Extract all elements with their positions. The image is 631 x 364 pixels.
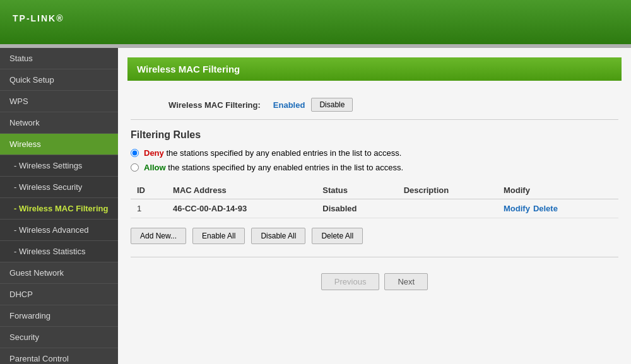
delete-all-button[interactable]: Delete All (312, 228, 363, 244)
allow-rule-row: Allow the stations specified by any enab… (131, 163, 618, 172)
deny-radio[interactable] (131, 149, 139, 157)
filtering-label: Wireless MAC Filtering: (168, 100, 261, 110)
cell-modify: ModifyDelete (497, 199, 618, 218)
next-button[interactable]: Next (384, 273, 428, 290)
filtering-rules-title: Filtering Rules (131, 129, 618, 141)
sidebar-item-wireless-settings[interactable]: - Wireless Settings (0, 155, 118, 177)
header: TP-LINK® (0, 0, 631, 44)
sidebar-item-wireless-security[interactable]: - Wireless Security (0, 177, 118, 198)
previous-button[interactable]: Previous (321, 273, 380, 290)
action-buttons: Add New... Enable All Disable All Delete… (131, 228, 618, 244)
content-inner: Wireless MAC Filtering: Enabled Disable … (118, 81, 631, 306)
cell-mac: 46-CC-00-AD-14-93 (167, 199, 316, 218)
table-header-row: ID MAC Address Status Description Modify (131, 182, 618, 199)
status-enabled-text: Enabled (273, 100, 305, 110)
col-description: Description (398, 182, 497, 199)
cell-description (398, 199, 497, 218)
allow-radio[interactable] (131, 163, 139, 172)
sidebar-item-guest-network[interactable]: Guest Network (0, 262, 118, 284)
logo-mark: ® (56, 13, 64, 23)
col-mac: MAC Address (167, 182, 316, 199)
cell-id: 1 (131, 199, 167, 218)
deny-word: Deny (144, 148, 164, 158)
logo: TP-LINK® (13, 11, 64, 34)
status-row: Wireless MAC Filtering: Enabled Disable (131, 90, 618, 120)
enable-all-button[interactable]: Enable All (192, 228, 245, 244)
content-area: Wireless MAC Filtering Wireless MAC Filt… (118, 48, 631, 364)
allow-word: Allow (144, 163, 166, 172)
filtering-rules-section: Filtering Rules Deny the stations specif… (131, 129, 618, 172)
sidebar-item-dhcp[interactable]: DHCP (0, 284, 118, 305)
sidebar-item-forwarding[interactable]: Forwarding (0, 305, 118, 327)
sidebar-item-wireless-mac-filtering[interactable]: - Wireless MAC Filtering (0, 198, 118, 220)
sidebar-item-wps[interactable]: WPS (0, 91, 118, 112)
sidebar-item-wireless[interactable]: Wireless (0, 134, 118, 155)
disable-all-button[interactable]: Disable All (251, 228, 305, 244)
deny-rule-text: the stations specified by any enabled en… (166, 148, 401, 158)
col-modify: Modify (497, 182, 618, 199)
page-title: Wireless MAC Filtering (137, 64, 612, 74)
mac-table-body: 146-CC-00-AD-14-93DisabledModifyDelete (131, 199, 618, 218)
cell-status: Disabled (316, 199, 397, 218)
col-status: Status (316, 182, 397, 199)
sidebar-item-security[interactable]: Security (0, 327, 118, 348)
delete-link[interactable]: Delete (533, 204, 558, 213)
sidebar-item-wireless-statistics[interactable]: - Wireless Statistics (0, 241, 118, 262)
sidebar-item-wireless-advanced[interactable]: - Wireless Advanced (0, 220, 118, 241)
sidebar-item-status[interactable]: Status (0, 48, 118, 69)
mac-table: ID MAC Address Status Description Modify… (131, 182, 618, 218)
main-layout: StatusQuick SetupWPSNetworkWireless- Wir… (0, 48, 631, 364)
content-divider (131, 257, 618, 257)
disable-button[interactable]: Disable (311, 98, 353, 112)
modify-link[interactable]: Modify (504, 204, 530, 213)
page-title-bar: Wireless MAC Filtering (127, 57, 622, 81)
sidebar-item-quick-setup[interactable]: Quick Setup (0, 69, 118, 91)
sidebar-item-network[interactable]: Network (0, 112, 118, 134)
allow-rule-text: the stations specified by any enabled en… (168, 163, 403, 172)
col-id: ID (131, 182, 167, 199)
sidebar-item-parental-control[interactable]: Parental Control (0, 348, 118, 364)
pagination: Previous Next (131, 267, 618, 296)
logo-text: TP-LINK (13, 13, 56, 23)
add-new-button[interactable]: Add New... (131, 228, 186, 244)
sidebar: StatusQuick SetupWPSNetworkWireless- Wir… (0, 48, 118, 364)
table-row: 146-CC-00-AD-14-93DisabledModifyDelete (131, 199, 618, 218)
deny-rule-row: Deny the stations specified by any enabl… (131, 148, 618, 158)
